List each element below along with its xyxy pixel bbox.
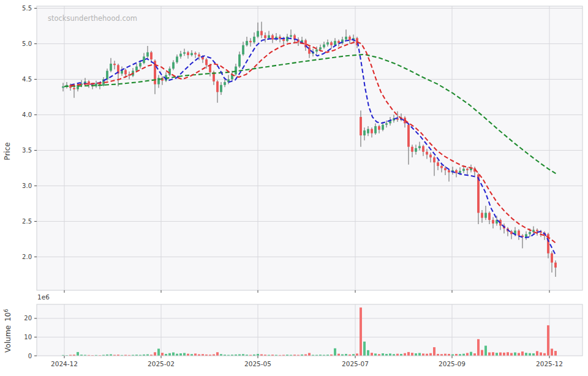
volume-bar <box>183 353 186 356</box>
volume-bar <box>308 353 311 356</box>
volume-bar <box>77 352 79 356</box>
volume-bar <box>363 342 366 356</box>
candle-body <box>106 71 108 80</box>
candle-body <box>525 234 527 237</box>
volume-bar <box>382 353 384 356</box>
candle-body <box>183 52 186 53</box>
candle-body <box>551 254 553 263</box>
volume-bar <box>426 354 428 356</box>
x-axis-tick-label: 2025-02 <box>148 360 175 367</box>
candle-body <box>466 169 469 170</box>
volume-bar <box>172 353 175 356</box>
candle-body <box>220 85 222 92</box>
volume-ytick-label: 10 <box>24 334 32 340</box>
volume-bar <box>161 353 164 356</box>
candle-body <box>536 230 538 231</box>
volume-bar <box>536 351 538 356</box>
volume-ytick-label: 0 <box>28 353 32 359</box>
candle-body <box>198 55 200 56</box>
volume-bar <box>477 339 480 356</box>
candle-body <box>271 36 274 40</box>
candle-body <box>205 59 208 65</box>
volume-bar <box>514 353 516 356</box>
volume-bar <box>187 354 189 356</box>
x-axis-tick-label: 2025-12 <box>536 360 563 367</box>
volume-bar <box>337 354 340 356</box>
candle-body <box>224 82 226 85</box>
price-axis-label: Price <box>3 142 12 160</box>
volume-bar <box>470 352 472 356</box>
candle-body <box>290 36 292 37</box>
volume-bar <box>481 350 483 356</box>
price-ytick-label: 3.0 <box>22 182 32 189</box>
volume-ytick-label: 20 <box>24 315 32 321</box>
candle-body <box>554 263 557 268</box>
volume-bar <box>367 350 369 356</box>
volume-bar <box>462 354 465 356</box>
volume-bar <box>473 353 476 356</box>
price-ytick-label: 2.0 <box>22 254 32 260</box>
volume-bar <box>216 352 219 356</box>
volume-axis-label: Volume 106 <box>3 309 12 352</box>
volume-bar <box>503 353 505 356</box>
volume-bar <box>532 353 535 356</box>
volume-bar <box>389 353 391 356</box>
candle-body <box>143 56 145 62</box>
volume-bar <box>374 353 377 356</box>
candle-body <box>418 146 421 148</box>
price-ytick-label: 5.0 <box>22 40 32 47</box>
volume-bar <box>499 353 502 356</box>
volume-bar <box>194 353 197 356</box>
candle-body <box>264 36 266 39</box>
volume-bar <box>407 352 410 356</box>
candle-body <box>257 31 259 37</box>
candle-body <box>124 70 127 74</box>
candle-body <box>73 88 75 89</box>
candle-body <box>135 67 138 71</box>
watermark: stocksunderthehood.com <box>48 14 137 23</box>
candle-body <box>176 56 178 62</box>
price-ytick-label: 4.0 <box>22 111 32 118</box>
volume-bar <box>415 353 417 356</box>
x-axis-tick-label: 2025-05 <box>244 360 271 367</box>
candle-body <box>371 129 373 133</box>
volume-bar <box>525 353 527 356</box>
candle-body <box>459 171 461 173</box>
volume-bar <box>466 353 469 356</box>
candle-body <box>326 42 329 44</box>
volume-bar <box>334 348 336 356</box>
candle-body <box>426 152 428 155</box>
price-ytick-label: 2.5 <box>22 218 32 225</box>
volume-plot-area <box>37 304 582 356</box>
candle-body <box>529 232 531 234</box>
volume-bar <box>157 348 160 356</box>
candle-body <box>422 146 424 152</box>
candle-body <box>268 36 270 39</box>
volume-bar <box>429 353 432 356</box>
candle-body <box>363 130 366 135</box>
candle-body <box>110 64 112 71</box>
candle-body <box>253 37 255 42</box>
candle-body <box>360 117 362 135</box>
volume-bar <box>444 354 447 356</box>
x-axis-tick-label: 2025-09 <box>439 360 466 367</box>
candle-body <box>437 162 439 166</box>
candle-body <box>150 52 153 59</box>
candle-body <box>484 213 487 218</box>
candle-body <box>345 37 347 40</box>
price-ytick-label: 3.5 <box>22 147 32 154</box>
candle-body <box>260 31 263 36</box>
candle-body <box>249 41 252 42</box>
candle-body <box>382 125 384 130</box>
candle-body <box>146 52 149 56</box>
candle-body <box>444 168 447 170</box>
candle-body <box>448 170 450 172</box>
volume-bar <box>492 352 494 356</box>
x-axis-tick-label: 2024-12 <box>51 360 78 367</box>
candle-body <box>433 157 435 162</box>
candle-body <box>429 154 432 157</box>
volume-bar <box>179 353 182 356</box>
volume-bar <box>496 353 498 356</box>
candle-body <box>62 86 64 88</box>
candle-body <box>492 220 494 224</box>
